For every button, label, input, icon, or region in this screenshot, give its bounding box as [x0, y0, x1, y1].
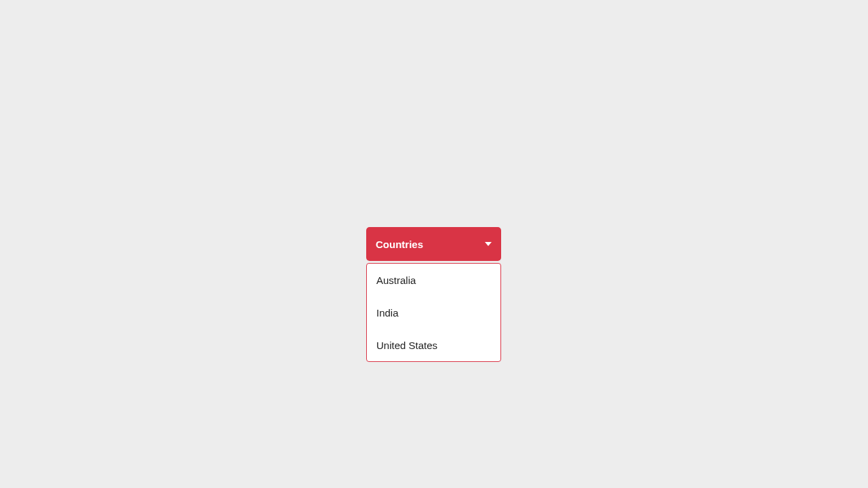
countries-dropdown: Countries Australia India United States: [366, 227, 501, 362]
countries-dropdown-panel: Australia India United States: [366, 263, 501, 362]
countries-dropdown-label: Countries: [376, 239, 423, 250]
countries-dropdown-item-australia[interactable]: Australia: [367, 264, 500, 296]
countries-dropdown-button[interactable]: Countries: [366, 227, 501, 261]
list-item-label: United States: [376, 340, 437, 351]
countries-dropdown-item-united-states[interactable]: United States: [367, 329, 500, 361]
list-item-label: India: [376, 307, 399, 319]
caret-down-icon: [484, 239, 493, 249]
countries-dropdown-item-india[interactable]: India: [367, 296, 500, 329]
list-item-label: Australia: [376, 274, 416, 286]
page-root: Countries Australia India United States: [0, 0, 868, 488]
